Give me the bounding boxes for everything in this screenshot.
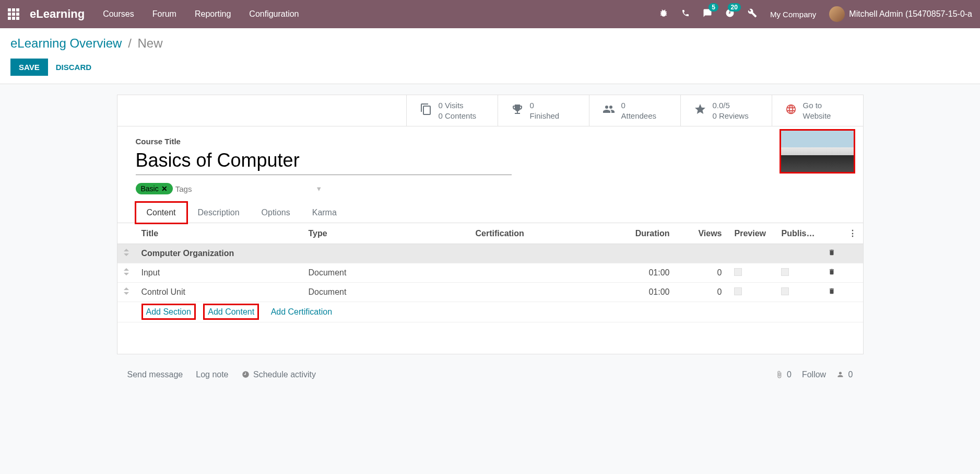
tab-description[interactable]: Description	[187, 202, 251, 223]
section-title: Computer Organization	[135, 244, 821, 263]
cell-views: 0	[676, 263, 728, 283]
follow-button[interactable]: Follow	[802, 370, 826, 379]
tags-field[interactable]: Basic ✕ ▾	[117, 183, 321, 202]
cell-type: Document	[302, 283, 469, 302]
stat-finished-num: 0	[530, 100, 560, 111]
stat-goto-website[interactable]: Go to Website	[772, 95, 863, 126]
star-icon	[694, 103, 706, 119]
tab-content[interactable]: Content	[136, 202, 187, 223]
messages-icon[interactable]: 5	[703, 8, 712, 20]
svg-marker-2	[124, 268, 129, 271]
th-published[interactable]: Publis…	[775, 223, 821, 244]
nav-forum[interactable]: Forum	[152, 9, 176, 19]
th-type[interactable]: Type	[302, 223, 469, 244]
phone-icon[interactable]	[681, 9, 690, 19]
stat-reviews[interactable]: 0.0/5 0 Reviews	[680, 95, 772, 126]
stat-bar: 0 Visits 0 Contents 0 Finished 0	[117, 95, 863, 126]
stat-visits[interactable]: 0 Visits 0 Contents	[406, 95, 498, 126]
table-section-row[interactable]: Computer Organization	[117, 244, 863, 263]
breadcrumb-sep: /	[128, 36, 132, 50]
breadcrumb-current: New	[137, 36, 162, 50]
stat-attendees-label: Attendees	[621, 111, 657, 121]
cell-title: Input	[135, 263, 302, 283]
table-row[interactable]: Control Unit Document 01:00 0	[117, 283, 863, 302]
breadcrumb: eLearning Overview / New	[10, 36, 970, 51]
stat-attendees[interactable]: 0 Attendees	[589, 95, 680, 126]
cell-duration: 01:00	[613, 283, 676, 302]
cell-preview[interactable]	[728, 283, 775, 302]
nav-configuration[interactable]: Configuration	[249, 9, 299, 19]
stat-goto-line2: Website	[803, 111, 831, 121]
th-preview[interactable]: Preview	[728, 223, 775, 244]
globe-icon	[785, 103, 797, 118]
svg-marker-0	[124, 249, 129, 251]
th-certification[interactable]: Certification	[469, 223, 613, 244]
nav-reporting[interactable]: Reporting	[195, 9, 231, 19]
course-title-input[interactable]	[136, 148, 512, 175]
svg-marker-5	[124, 292, 129, 295]
add-certification-link[interactable]: Add Certification	[271, 307, 332, 316]
add-section-link[interactable]: Add Section	[141, 304, 196, 320]
user-icon	[836, 370, 846, 379]
th-duration[interactable]: Duration	[613, 223, 676, 244]
cell-type: Document	[302, 263, 469, 283]
tab-karma[interactable]: Karma	[301, 202, 348, 223]
tag-remove-icon[interactable]: ✕	[161, 184, 168, 193]
brand-label[interactable]: eLearning	[30, 7, 85, 21]
cell-published[interactable]	[775, 263, 821, 283]
user-menu[interactable]: Mitchell Admin (15470857-15-0-a	[829, 6, 972, 22]
trash-icon[interactable]	[821, 263, 842, 283]
content-table: Title Type Certification Duration Views …	[117, 223, 863, 322]
course-image[interactable]	[780, 129, 855, 174]
schedule-activity-link[interactable]: Schedule activity	[242, 370, 316, 379]
top-navbar: eLearning Courses Forum Reporting Config…	[0, 0, 980, 28]
activities-icon[interactable]: 20	[725, 8, 735, 20]
chevron-down-icon[interactable]: ▾	[317, 184, 321, 193]
svg-marker-1	[124, 253, 129, 256]
discard-button[interactable]: DISCARD	[56, 63, 91, 72]
nav-links: Courses Forum Reporting Configuration	[103, 9, 299, 19]
th-views[interactable]: Views	[676, 223, 728, 244]
breadcrumb-parent[interactable]: eLearning Overview	[10, 36, 122, 50]
nav-right: 5 20 My Company Mitchell Admin (15470857…	[659, 6, 972, 22]
stat-goto-line1: Go to	[803, 100, 831, 111]
followers-counter[interactable]: 0	[836, 370, 853, 379]
tag-label: Basic	[141, 184, 159, 193]
stat-finished[interactable]: 0 Finished	[498, 95, 589, 126]
tab-bar: Content Description Options Karma	[117, 202, 863, 223]
th-title[interactable]: Title	[135, 223, 302, 244]
cell-preview[interactable]	[728, 263, 775, 283]
attachments-counter[interactable]: 0	[775, 370, 792, 379]
send-message-link[interactable]: Send message	[127, 370, 183, 379]
form-sheet: 0 Visits 0 Contents 0 Finished 0	[117, 95, 864, 354]
tags-input[interactable]	[175, 184, 254, 193]
cell-published[interactable]	[775, 283, 821, 302]
save-button[interactable]: SAVE	[10, 59, 48, 76]
log-note-link[interactable]: Log note	[196, 370, 228, 379]
cell-cert	[469, 283, 613, 302]
activities-badge: 20	[728, 3, 741, 11]
tab-options[interactable]: Options	[251, 202, 301, 223]
users-icon	[603, 103, 615, 119]
trash-icon[interactable]	[821, 244, 842, 263]
nav-courses[interactable]: Courses	[103, 9, 134, 19]
table-row[interactable]: Input Document 01:00 0	[117, 263, 863, 283]
tools-icon[interactable]	[748, 8, 757, 20]
drag-handle-icon[interactable]	[117, 263, 135, 283]
apps-icon[interactable]	[8, 8, 19, 20]
stat-visits-line2: 0 Contents	[439, 111, 477, 121]
course-title-label: Course Title	[136, 137, 845, 146]
trash-icon[interactable]	[821, 283, 842, 302]
bug-icon[interactable]	[659, 8, 668, 20]
svg-marker-4	[124, 287, 129, 290]
drag-handle-icon[interactable]	[117, 283, 135, 302]
messages-badge: 5	[709, 3, 718, 11]
column-menu-icon[interactable]: ⋮	[842, 223, 863, 244]
user-label: Mitchell Admin (15470857-15-0-a	[849, 9, 972, 19]
add-content-link[interactable]: Add Content	[203, 304, 259, 320]
drag-handle-icon[interactable]	[117, 244, 135, 263]
company-label[interactable]: My Company	[770, 10, 816, 19]
cell-duration: 01:00	[613, 263, 676, 283]
stat-attendees-num: 0	[621, 100, 657, 111]
title-area: Course Title	[117, 126, 863, 183]
